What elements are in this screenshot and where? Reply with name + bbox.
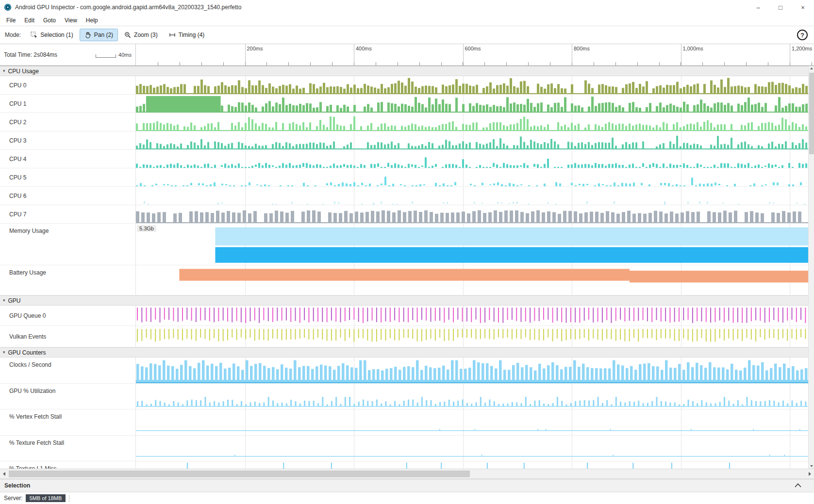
track-row-cpu-0: CPU 0 [0,76,814,95]
menu-item-edit[interactable]: Edit [20,16,39,25]
track-label: GPU Queue 0 [0,306,136,325]
total-time-label: Total Time: 2s084ms [4,51,57,58]
track-chart[interactable] [136,187,814,205]
zoom-icon [124,32,131,38]
track-canvas-cpu-7[interactable] [136,205,814,223]
ruler-canvas[interactable] [136,44,814,65]
maximize-button[interactable]: □ [769,0,792,15]
timing-icon [169,32,176,38]
section-header-gpu-counters[interactable]: ▾GPU Counters [0,347,814,358]
mode-button-zoom[interactable]: Zoom (3) [119,29,163,41]
minimize-button[interactable]: – [747,0,769,15]
titlebar: Android GPU Inspector - com.google.andro… [0,0,814,15]
mode-button-pan[interactable]: Pan (2) [80,29,118,41]
track-label: % Texture Fetch Stall [0,436,136,461]
selection-panel-header[interactable]: Selection [0,479,814,492]
mode-label: Mode: [5,32,21,38]
track-label: CPU 0 [0,76,136,94]
track-label: Battery Usage [0,265,136,295]
track-row-cpu-5: CPU 5 [0,168,814,187]
track-label: Vulkan Events [0,326,136,347]
track-chart[interactable] [136,265,814,295]
window-title: Android GPU Inspector - com.google.andro… [15,4,241,11]
track-label: CPU 3 [0,131,136,149]
collapse-chevron-icon[interactable] [795,483,801,488]
track-canvas-battery-usage[interactable] [136,265,814,295]
collapse-triangle-icon: ▾ [3,69,5,73]
track-label: CPU 2 [0,113,136,131]
selection-icon [31,32,37,38]
track-label: % Texture L1 Miss [0,461,136,469]
track-chart[interactable] [136,436,814,461]
scroll-right-arrow[interactable] [806,469,814,479]
mode-button-timing[interactable]: Timing (4) [164,29,210,41]
section-header-cpu-usage[interactable]: ▾CPU Usage [0,66,814,76]
track-canvas-cpu-1[interactable] [136,95,814,113]
track-canvas-cpu-4[interactable] [136,150,814,168]
track-canvas-cpu-3[interactable] [136,131,814,149]
track-chart[interactable] [136,131,814,149]
track-chart[interactable] [136,95,814,113]
menubar: FileEditGotoViewHelp [0,15,814,26]
track-row-gpu-utilization: GPU % Utilization [0,384,814,409]
track-chart[interactable] [136,113,814,131]
timeline-tracks: ▾CPU UsageCPU 0CPU 1CPU 2CPU 3CPU 4CPU 5… [0,66,814,469]
menu-item-view[interactable]: View [60,16,82,25]
track-chart[interactable] [136,150,814,168]
track-canvas-cpu-2[interactable] [136,113,814,131]
vertical-scroll-thumb[interactable] [809,73,814,154]
section-label: CPU Usage [8,68,39,75]
track-canvas-cpu-5[interactable] [136,168,814,186]
track-row-cpu-6: CPU 6 [0,187,814,205]
track-row-vertex-fetch-stall: % Vertex Fetch Stall [0,409,814,436]
menu-item-file[interactable]: File [2,16,20,25]
track-canvas-clocks-second[interactable] [136,358,814,383]
track-chart[interactable] [136,205,814,223]
menu-item-goto[interactable]: Goto [39,16,60,25]
scroll-down-arrow[interactable] [810,465,813,467]
mode-buttons: Selection (1)Pan (2)Zoom (3)Timing (4) [26,29,209,41]
track-canvas-vulkan-events[interactable] [136,326,814,347]
track-canvas-gpu-utilization[interactable] [136,384,814,409]
track-row-texture-fetch-stall: % Texture Fetch Stall [0,436,814,461]
track-label: % Vertex Fetch Stall [0,409,136,435]
ruler-left-panel: Total Time: 2s084ms 40ms [0,44,136,65]
scroll-left-arrow[interactable] [0,469,8,479]
section-header-gpu[interactable]: ▾GPU [0,295,814,306]
track-chart[interactable] [136,76,814,94]
server-memory-badge: 5MB of 18MB [26,494,66,502]
menu-item-help[interactable]: Help [82,16,102,25]
track-canvas-cpu-6[interactable] [136,187,814,205]
ruler-track[interactable] [136,44,814,65]
track-canvas-gpu-queue-0[interactable] [136,306,814,325]
help-button[interactable]: ? [797,30,808,40]
track-chart[interactable] [136,461,814,469]
mode-button-selection[interactable]: Selection (1) [26,29,78,41]
track-chart[interactable] [136,358,814,383]
track-canvas-cpu-0[interactable] [136,76,814,94]
track-row-texture-l1-miss: % Texture L1 Miss [0,461,814,469]
track-row-cpu-3: CPU 3 [0,131,814,150]
track-chart[interactable] [136,168,814,186]
track-canvas-memory-usage[interactable] [136,224,814,265]
statusbar-divider [69,495,69,502]
track-canvas-vertex-fetch-stall[interactable] [136,409,814,435]
horizontal-scrollbar[interactable] [0,469,814,479]
track-chart[interactable] [136,326,814,347]
mode-button-label: Selection (1) [40,32,73,38]
horizontal-scroll-thumb[interactable] [9,471,470,477]
track-chart[interactable] [136,409,814,435]
track-chart[interactable] [136,384,814,409]
close-button[interactable]: × [792,0,814,15]
track-chart[interactable]: 5.3Gb [136,224,814,265]
track-canvas-texture-fetch-stall[interactable] [136,436,814,461]
track-label: CPU 7 [0,205,136,223]
scroll-up-arrow[interactable] [810,67,813,69]
track-row-cpu-2: CPU 2 [0,113,814,131]
track-label: CPU 1 [0,95,136,113]
track-chart[interactable] [136,306,814,325]
track-canvas-texture-l1-miss[interactable] [136,461,814,469]
vertical-scrollbar[interactable] [808,66,814,469]
track-row-battery-usage: Battery Usage [0,265,814,295]
pan-icon [84,32,91,38]
